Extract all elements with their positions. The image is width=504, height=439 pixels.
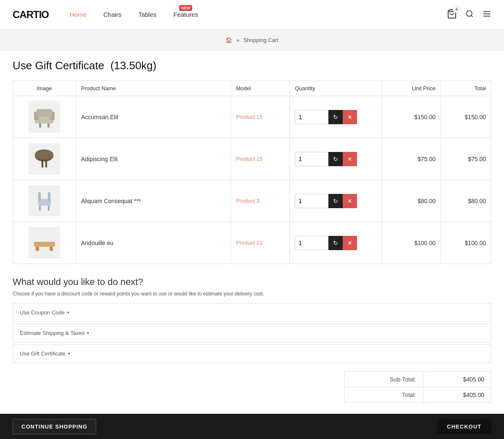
unit-price-cell: $100.00	[382, 222, 441, 264]
next-section-subtitle: Choose if you have a discount code or re…	[13, 291, 491, 297]
svg-rect-9	[39, 123, 41, 128]
col-header-total: Total	[441, 81, 491, 96]
unit-price-cell: $80.00	[382, 180, 441, 222]
next-section-title: What would you like to do next?	[13, 277, 491, 287]
accordion-gift: Use Gift Certificate ▾	[13, 344, 491, 363]
product-name-cell: Accumsan Elit	[76, 96, 231, 138]
update-qty-button[interactable]: ↻	[328, 194, 343, 208]
table-row: Accumsan Elit Product 15 ↻ ✕ $150.00 $15…	[13, 96, 491, 138]
cart-icon[interactable]: 4	[447, 9, 457, 20]
product-qty-cell: ↻ ✕	[290, 138, 382, 180]
nav-tables[interactable]: Tables	[138, 11, 156, 18]
totals-section: Sub-Total: $405.00 Total: $405.00	[13, 371, 491, 411]
footer-buttons: CONTINUE SHOPPING CHECKOUT	[0, 414, 504, 439]
search-icon[interactable]	[465, 10, 474, 19]
total-row: Total: $405.00	[345, 387, 491, 403]
product-qty-cell: ↻ ✕	[290, 222, 382, 264]
accordion-shipping-header[interactable]: Estimate Shipping & Taxes ▾	[13, 324, 491, 342]
qty-wrap: ↻ ✕	[295, 152, 377, 166]
breadcrumb: 🏠 » Shopping Cart	[0, 29, 504, 51]
table-row: Adipiscing Elit Product 15 ↻ ✕ $75.00 $7…	[13, 138, 491, 180]
qty-wrap: ↻ ✕	[295, 110, 377, 124]
product-qty-cell: ↻ ✕	[290, 180, 382, 222]
nav-home[interactable]: Home	[70, 11, 87, 18]
continue-shopping-button[interactable]: CONTINUE SHOPPING	[13, 419, 96, 434]
accordion-coupon: Use Coupon Code ▾	[13, 303, 491, 322]
product-thumb	[29, 101, 60, 133]
new-badge: NEW	[179, 5, 192, 11]
menu-icon[interactable]	[482, 9, 491, 20]
chevron-down-icon-2: ▾	[87, 331, 89, 335]
svg-rect-19	[39, 206, 41, 211]
update-qty-button[interactable]: ↻	[328, 152, 343, 166]
accordion-coupon-header[interactable]: Use Coupon Code ▾	[13, 303, 491, 321]
nav: Home Chairs Tables NEW Features	[70, 11, 447, 18]
subtotal-value: $405.00	[423, 372, 491, 387]
unit-price-cell: $150.00	[382, 96, 441, 138]
svg-rect-11	[37, 109, 52, 117]
cart-table: Image Product Name Model Quantity Unit P…	[13, 81, 491, 264]
row-total-cell: $150.00	[441, 96, 491, 138]
col-header-qty: Quantity	[290, 81, 382, 96]
update-qty-button[interactable]: ↻	[328, 110, 343, 124]
accordion-shipping: Estimate Shipping & Taxes ▾	[13, 324, 491, 342]
checkout-button[interactable]: CHECKOUT	[437, 419, 491, 434]
remove-item-button[interactable]: ✕	[343, 152, 357, 166]
breadcrumb-current: Shopping Cart	[244, 37, 278, 43]
accordion-coupon-label: Use Coupon Code	[20, 309, 65, 316]
product-model-cell: Product 21	[231, 222, 290, 264]
col-header-image: Image	[13, 81, 76, 96]
main-content: Use Gift Certificate (13.50kg) Image Pro…	[0, 51, 504, 439]
home-breadcrumb-icon[interactable]: 🏠	[226, 37, 232, 43]
nav-features[interactable]: NEW Features	[173, 11, 198, 18]
product-image-cell	[13, 138, 76, 180]
qty-input[interactable]	[295, 236, 328, 250]
qty-input[interactable]	[295, 110, 328, 124]
product-model-cell: Product 15	[231, 138, 290, 180]
product-thumb	[29, 185, 60, 217]
svg-point-1	[467, 11, 472, 16]
chevron-down-icon: ▾	[67, 310, 69, 315]
qty-wrap: ↻ ✕	[295, 236, 377, 250]
unit-price-cell: $75.00	[382, 138, 441, 180]
accordion-gift-label: Use Gift Certificate	[20, 350, 66, 357]
accordion-shipping-label: Estimate Shipping & Taxes	[20, 330, 84, 336]
accordion-gift-header[interactable]: Use Gift Certificate ▾	[13, 345, 491, 363]
svg-rect-21	[34, 242, 55, 247]
cart-count: 4	[453, 5, 460, 13]
product-thumb	[29, 143, 60, 175]
svg-rect-17	[38, 192, 41, 201]
total-label: Total:	[345, 387, 423, 403]
svg-rect-22	[36, 247, 39, 251]
col-header-model: Model	[231, 81, 290, 96]
product-name-cell: Adipiscing Elit	[76, 138, 231, 180]
col-header-product: Product Name	[76, 81, 231, 96]
product-model-cell: Product 15	[231, 96, 290, 138]
totals-table: Sub-Total: $405.00 Total: $405.00	[344, 371, 491, 403]
update-qty-button[interactable]: ↻	[328, 236, 343, 250]
remove-item-button[interactable]: ✕	[343, 236, 357, 250]
nav-chairs[interactable]: Chairs	[103, 11, 121, 18]
row-total-cell: $80.00	[441, 180, 491, 222]
product-model-cell: Product 3	[231, 180, 290, 222]
svg-rect-20	[48, 206, 50, 211]
qty-input[interactable]	[295, 194, 328, 208]
table-row: Aliquam Consequat *** Product 3 ↻ ✕ $80.…	[13, 180, 491, 222]
qty-input[interactable]	[295, 152, 328, 166]
svg-point-13	[35, 149, 53, 159]
product-name-cell: Aliquam Consequat ***	[76, 180, 231, 222]
subtotal-label: Sub-Total:	[345, 372, 423, 387]
product-image-cell	[13, 180, 76, 222]
next-section: What would you like to do next? Choose i…	[13, 277, 491, 363]
svg-rect-18	[48, 192, 50, 201]
subtotal-row: Sub-Total: $405.00	[345, 372, 491, 387]
header-icons: 4	[447, 9, 491, 20]
qty-wrap: ↻ ✕	[295, 194, 377, 208]
remove-item-button[interactable]: ✕	[343, 194, 357, 208]
page-title: Use Gift Certificate (13.50kg)	[13, 59, 491, 72]
product-image-cell	[13, 96, 76, 138]
product-image-cell	[13, 222, 76, 264]
remove-item-button[interactable]: ✕	[343, 110, 357, 124]
col-header-price: Unit Price	[382, 81, 441, 96]
breadcrumb-separator: »	[236, 37, 239, 43]
